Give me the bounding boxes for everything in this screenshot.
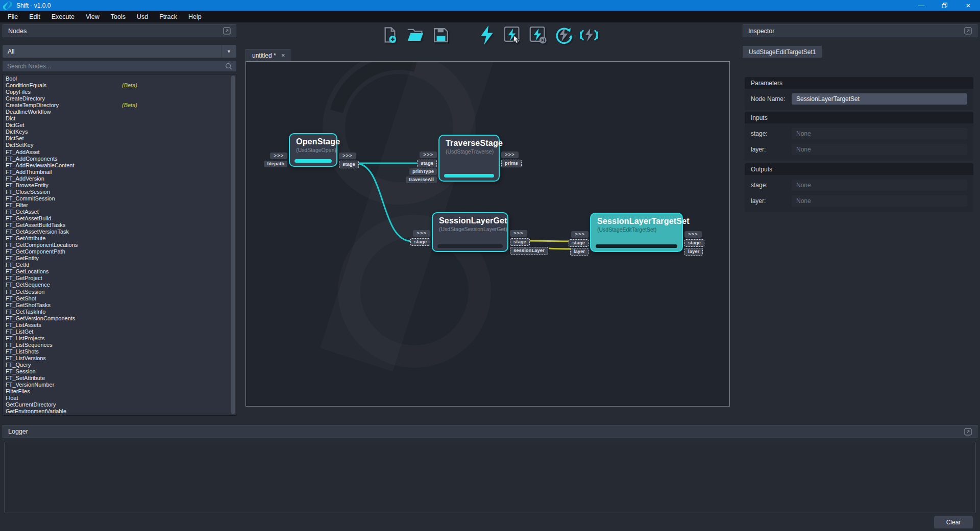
edge-openstage-sessionlayerget[interactable] (355, 163, 412, 241)
refresh-execute-button[interactable] (554, 25, 573, 45)
search-input[interactable] (3, 63, 225, 70)
node-list-item[interactable]: FT_VersionNumber (6, 382, 236, 388)
port-primType[interactable]: primType (409, 168, 437, 175)
node-list-item[interactable]: FT_AddAsset (6, 149, 236, 156)
clear-logger-button[interactable]: Clear (934, 516, 973, 528)
exec-port[interactable]: >>> (510, 230, 527, 237)
node-list-item[interactable]: DictKeys (6, 129, 236, 135)
inspector-popout-icon[interactable] (964, 27, 972, 35)
node-list-item[interactable]: FT_ListSequences (6, 342, 236, 348)
execute-selected-button[interactable] (503, 25, 522, 45)
node-list-item[interactable]: FT_Query (6, 362, 236, 368)
restore-button[interactable] (933, 0, 957, 11)
menu-help[interactable]: Help (183, 11, 207, 22)
node-list-item[interactable]: FT_GetProject (6, 275, 236, 282)
node-body[interactable]: SessionLayerGet (UsdStageSessionLayerGet… (432, 212, 508, 252)
exec-port[interactable]: >>> (571, 231, 589, 238)
menu-tools[interactable]: Tools (105, 11, 131, 22)
graph-node-traversestage[interactable]: TraverseStage (UsdStageTraverse) >>>stag… (438, 135, 500, 182)
port-stage[interactable]: stage (410, 238, 430, 246)
node-graph-canvas[interactable]: OpenStage (UsdStageOpen) >>>filepath >>>… (246, 61, 730, 407)
node-list-item[interactable]: Float (6, 395, 236, 401)
exec-port[interactable]: >>> (339, 153, 356, 159)
node-name-field[interactable]: SessionLayerTargetSet (792, 93, 967, 105)
logger-output[interactable] (4, 442, 976, 513)
menu-execute[interactable]: Execute (46, 11, 80, 22)
node-list-item[interactable]: FT_GetComponentLocations (6, 242, 236, 248)
node-list-item[interactable]: FT_GetAsset (6, 209, 236, 215)
tab-close-icon[interactable]: × (281, 53, 285, 58)
node-list-item[interactable]: FT_GetTaskInfo (6, 309, 236, 315)
nodes-panel-popout-icon[interactable] (223, 27, 231, 35)
node-body[interactable]: TraverseStage (UsdStageTraverse) (438, 135, 500, 182)
node-list-item[interactable]: ConditionEquals(Beta) (6, 82, 236, 89)
menu-edit[interactable]: Edit (23, 11, 46, 22)
port-stage[interactable]: stage (339, 161, 359, 168)
node-list-item[interactable]: FT_GetSequence (6, 282, 236, 288)
new-graph-button[interactable] (381, 25, 399, 45)
node-list-item[interactable]: FT_AddVersion (6, 175, 236, 182)
node-body[interactable]: OpenStage (UsdStageOpen) (289, 133, 337, 167)
node-list-item[interactable]: DictSet (6, 135, 236, 142)
exec-port[interactable]: >>> (413, 230, 430, 237)
port-stage[interactable]: stage (569, 239, 589, 247)
node-list-item[interactable]: FT_GetEntity (6, 255, 236, 262)
live-execute-button[interactable] (580, 25, 598, 45)
node-list-item[interactable]: FT_GetShotTasks (6, 302, 236, 309)
node-list-item[interactable]: FT_GetAttribute (6, 235, 236, 242)
node-list-item[interactable]: FT_ListAssets (6, 322, 236, 328)
execute-from-selected-button[interactable] (529, 25, 547, 45)
graph-node-sessionlayertargetset[interactable]: SessionLayerTargetSet (UsdStageEditTarge… (590, 213, 683, 252)
open-graph-button[interactable] (406, 25, 425, 45)
node-list-item[interactable]: FT_GetVersionComponents (6, 315, 236, 322)
menu-ftrack[interactable]: Ftrack (154, 11, 183, 22)
port-prims[interactable]: prims (501, 160, 522, 167)
node-list-item[interactable]: Bool (6, 75, 236, 82)
node-list-item[interactable]: FT_ListShots (6, 348, 236, 355)
node-list-item[interactable]: FilterFiles (6, 388, 236, 395)
port-stage[interactable]: stage (684, 239, 704, 247)
node-list-item[interactable]: FT_AddComponents (6, 156, 236, 162)
node-list-item[interactable]: DictSetKey (6, 142, 236, 148)
logger-popout-icon[interactable] (964, 428, 972, 436)
port-layer[interactable]: layer (684, 248, 703, 256)
node-list-item[interactable]: DeadlineWorkflow (6, 109, 236, 115)
exec-port[interactable]: >>> (420, 151, 437, 158)
port-sessionLayer[interactable]: sessionLayer (510, 247, 548, 255)
node-list-item[interactable]: FT_SetAttribute (6, 375, 236, 382)
node-list-item[interactable]: FT_Filter (6, 202, 236, 209)
port-traverseAll[interactable]: traverseAll (406, 176, 437, 183)
node-body[interactable]: SessionLayerTargetSet (UsdStageEditTarge… (590, 213, 683, 252)
node-list-item[interactable]: FT_CommitSession (6, 195, 236, 202)
exec-port[interactable]: >>> (684, 231, 702, 238)
node-list-item[interactable]: CreateDirectory (6, 95, 236, 102)
menu-usd[interactable]: Usd (131, 11, 154, 22)
exec-port[interactable]: >>> (270, 153, 287, 159)
port-filepath[interactable]: filepath (264, 161, 287, 167)
node-list-item[interactable]: CopyFiles (6, 89, 236, 95)
node-list-item[interactable]: FT_AddThumbnail (6, 169, 236, 175)
menu-file[interactable]: File (2, 11, 23, 22)
port-layer[interactable]: layer (570, 248, 589, 256)
node-list-item[interactable]: FT_ListVersions (6, 355, 236, 362)
inspector-node-tab[interactable]: UsdStageEditTargetSet1 (743, 46, 822, 58)
execute-button[interactable] (478, 25, 496, 45)
node-list-item[interactable]: FT_BrowseEntity (6, 182, 236, 189)
save-graph-button[interactable] (432, 25, 450, 45)
node-list-item[interactable]: FT_CloseSession (6, 189, 236, 195)
menu-view[interactable]: View (80, 11, 105, 22)
port-stage[interactable]: stage (417, 160, 437, 167)
node-list-item[interactable]: FT_GetSession (6, 289, 236, 295)
node-list-item[interactable]: Dict (6, 115, 236, 122)
close-button[interactable]: × (957, 0, 980, 11)
graph-node-sessionlayerget[interactable]: SessionLayerGet (UsdStageSessionLayerGet… (432, 212, 508, 252)
node-list-item[interactable]: FT_Session (6, 368, 236, 375)
graph-node-openstage[interactable]: OpenStage (UsdStageOpen) >>>filepath >>>… (289, 133, 337, 167)
node-list-item[interactable]: FT_GetAssetVersionTask (6, 229, 236, 235)
node-list-item[interactable]: FT_GetShot (6, 295, 236, 302)
node-filter-dropdown[interactable]: All ▼ (3, 45, 236, 58)
node-list-item[interactable]: FT_AddReviewableContent (6, 162, 236, 169)
node-list-item[interactable]: CreateTempDirectory(Beta) (6, 102, 236, 109)
node-list-item[interactable]: FT_GetId (6, 262, 236, 268)
node-list-item[interactable]: FT_GetComponentPath (6, 248, 236, 255)
